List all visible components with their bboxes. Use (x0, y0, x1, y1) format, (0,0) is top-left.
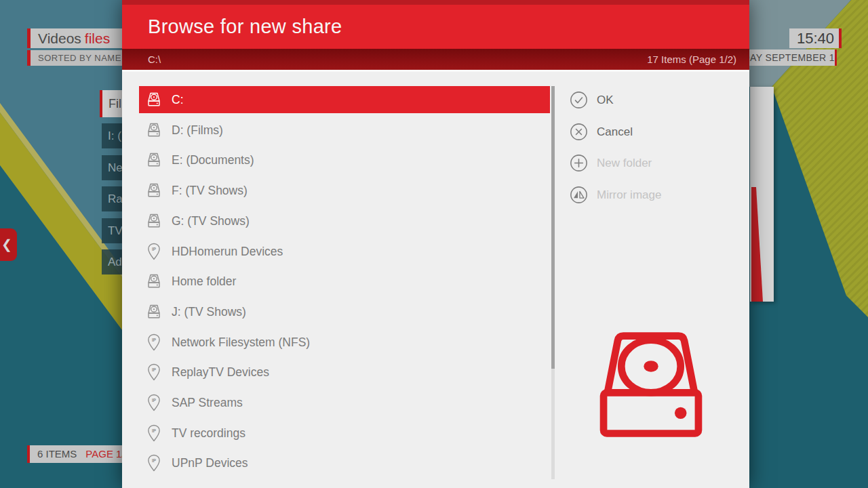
cancel-button[interactable]: Cancel (570, 123, 633, 141)
list-item-label: Network Filesystem (NFS) (172, 336, 310, 350)
list-item-label: ReplayTV Devices (172, 365, 269, 380)
kodi-home-screen: Videosfiles SORTED BY NAME 15:40 RDAY SE… (0, 0, 868, 488)
ip-pin-icon: IP (144, 393, 163, 413)
hdd-icon (144, 121, 163, 140)
new-folder-button[interactable]: New folder (570, 154, 652, 172)
date-text: RDAY SEPTEMBER 13 (736, 52, 837, 63)
list-item-label: C: (172, 93, 184, 107)
svg-text:IP: IP (151, 367, 156, 372)
background-clock: 15:40 (789, 28, 842, 48)
page-title-secondary: files (85, 30, 110, 46)
list-item[interactable]: IPReplayTV Devices (139, 359, 550, 386)
svg-text:IP: IP (151, 428, 156, 433)
dialog-title: Browse for new share (148, 5, 342, 49)
list-item-label: Home folder (172, 274, 236, 289)
list-item[interactable]: J: (TV Shows) (139, 298, 550, 325)
scrollbar-thumb[interactable] (551, 86, 555, 369)
background-left-art (0, 0, 122, 488)
list-item[interactable]: IPUPnP Devices (139, 449, 550, 476)
poster-red-graphic (750, 87, 774, 302)
background-items-count-bar: 6 ITEMSPAGE 1/1 (27, 445, 127, 463)
list-item[interactable]: E: (Documents) (139, 146, 550, 174)
background-sort-label: SORTED BY NAME (27, 50, 127, 66)
ip-pin-icon: IP (144, 363, 163, 382)
background-date: RDAY SEPTEMBER 13 (736, 49, 837, 66)
hdd-icon (144, 211, 163, 231)
dialog-header: Browse for new share (122, 0, 749, 49)
list-item-label: SAP Streams (172, 396, 243, 410)
cancel-circle-icon (570, 123, 588, 141)
list-item[interactable]: F: (TV Shows) (139, 177, 550, 204)
list-item[interactable]: IPSAP Streams (139, 389, 550, 416)
list-item-label: E: (Documents) (172, 153, 254, 167)
ip-pin-icon: IP (144, 242, 163, 262)
list-item-label: J: (TV Shows) (172, 305, 246, 319)
hdd-icon (144, 150, 163, 170)
list-item[interactable]: IPTV recordings (139, 420, 550, 447)
background-poster-card (750, 87, 774, 302)
back-button[interactable]: ❮ (0, 228, 17, 261)
button-label: Cancel (597, 125, 633, 139)
list-item[interactable]: G: (TV Shows) (139, 207, 550, 235)
hdd-icon (144, 90, 163, 110)
mirror-image-button[interactable]: Mirror image (570, 186, 661, 204)
items-page-info: 17 Items (Page 1/2) (647, 49, 736, 70)
list-item-label: D: (Films) (172, 123, 223, 138)
items-count-text: 6 ITEMS (37, 448, 77, 460)
button-label: OK (597, 94, 614, 107)
svg-text:IP: IP (151, 458, 156, 463)
hdd-icon (144, 302, 163, 322)
button-label: Mirror image (597, 188, 661, 202)
list-item[interactable]: IPHDHomerun Devices (139, 238, 550, 265)
list-item-label: TV recordings (172, 426, 245, 441)
svg-text:IP: IP (151, 247, 156, 251)
mirror-image-icon (570, 186, 588, 204)
hard-disk-illustration (582, 329, 720, 468)
list-item[interactable]: IPNetwork Filesystem (NFS) (139, 329, 550, 356)
list-item[interactable]: Home folder (139, 268, 550, 295)
clock-text: 15:40 (797, 30, 834, 47)
button-label: New folder (597, 157, 652, 170)
list-item[interactable]: C: (139, 86, 550, 113)
dialog-path-bar: C:\ 17 Items (Page 1/2) (122, 49, 749, 70)
list-item-label: F: (TV Shows) (172, 184, 248, 198)
plus-circle-icon (570, 154, 588, 172)
list-scrollbar[interactable] (551, 86, 555, 479)
browse-share-dialog: Browse for new share C:\ 17 Items (Page … (122, 0, 749, 488)
page-number-text: PAGE 1/1 (85, 448, 127, 460)
ok-button[interactable]: OK (570, 91, 614, 109)
background-page-title-bar: Videosfiles (27, 28, 127, 48)
chevron-left-icon: ❮ (1, 228, 12, 261)
list-item-label: G: (TV Shows) (172, 214, 250, 228)
svg-text:IP: IP (151, 338, 156, 342)
sort-label-text: SORTED BY NAME (38, 53, 121, 63)
list-item-label: UPnP Devices (172, 456, 248, 470)
ip-pin-icon: IP (144, 333, 163, 352)
list-item-label: HDHomerun Devices (172, 245, 283, 259)
page-title-primary: Videos (38, 30, 81, 46)
hdd-icon (144, 181, 163, 201)
ip-pin-icon: IP (144, 453, 163, 473)
hdd-icon (144, 272, 163, 291)
current-path: C:\ (148, 49, 161, 70)
ip-pin-icon: IP (144, 424, 163, 443)
svg-text:IP: IP (151, 398, 156, 403)
check-circle-icon (570, 91, 588, 109)
list-item[interactable]: D: (Films) (139, 117, 550, 144)
